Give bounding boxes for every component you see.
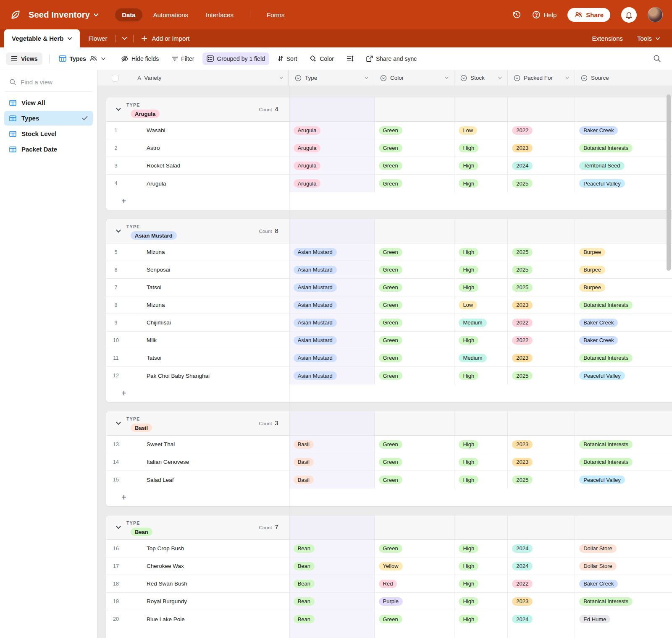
search-icon[interactable]: [653, 55, 661, 63]
packed-for-cell[interactable]: 2024: [508, 157, 575, 174]
packed-for-cell[interactable]: 2025: [508, 175, 575, 192]
color-cell[interactable]: Green: [375, 436, 455, 453]
column-header-color[interactable]: Color: [374, 70, 454, 86]
variety-cell[interactable]: 5 Mizuna: [106, 243, 289, 261]
tools-button[interactable]: Tools: [637, 35, 660, 42]
color-cell[interactable]: Green: [375, 279, 455, 296]
base-title[interactable]: Seed Inventory: [29, 10, 90, 20]
sidebar-view-types[interactable]: Types: [4, 111, 93, 126]
hide-fields-button[interactable]: Hide fields: [117, 52, 163, 65]
share-button[interactable]: Share: [567, 8, 610, 22]
base-title-chevron-icon[interactable]: [93, 13, 99, 17]
color-cell[interactable]: Green: [375, 349, 455, 366]
record-row[interactable]: 20 Blue Lake Pole Bean Green High 2024 E…: [106, 610, 672, 628]
chevron-down-icon[interactable]: [565, 76, 570, 79]
stock-cell[interactable]: Low: [454, 296, 508, 314]
source-cell[interactable]: Ed Hume: [575, 610, 672, 628]
color-cell[interactable]: Green: [375, 367, 455, 384]
variety-cell[interactable]: 13 Sweet Thai: [106, 436, 289, 453]
stock-cell[interactable]: High: [454, 243, 508, 261]
source-cell[interactable]: Peaceful Valley: [575, 471, 672, 489]
variety-cell[interactable]: 20 Blue Lake Pole: [106, 610, 289, 628]
variety-cell[interactable]: 7 Tatsoi: [106, 279, 289, 296]
column-header-source[interactable]: Source: [575, 70, 672, 86]
color-cell[interactable]: Red: [375, 575, 455, 592]
color-cell[interactable]: Green: [375, 314, 455, 331]
group-header[interactable]: TYPE Arugula Count 4: [106, 97, 672, 122]
group-header[interactable]: TYPE Asian Mustard Count 8: [106, 219, 672, 243]
packed-for-cell[interactable]: 2023: [508, 349, 575, 366]
packed-for-cell[interactable]: 2025: [508, 261, 575, 278]
nav-tab-data[interactable]: Data: [115, 8, 143, 22]
record-row[interactable]: 16 Top Crop Bush Bean Green High 2024 Do…: [106, 540, 672, 557]
collapse-group-chevron-icon[interactable]: [116, 229, 121, 233]
source-cell[interactable]: Baker Creek: [575, 314, 672, 331]
type-cell[interactable]: Bean: [289, 557, 375, 575]
variety-cell[interactable]: 6 Senposai: [106, 261, 289, 278]
source-cell[interactable]: Peaceful Valley: [575, 175, 672, 192]
stock-cell[interactable]: High: [454, 332, 508, 349]
stock-cell[interactable]: High: [454, 139, 508, 157]
vertical-scrollbar[interactable]: [667, 94, 671, 636]
record-row[interactable]: 12 Pak Choi Baby Shanghai Asian Mustard …: [106, 367, 672, 384]
table-tab-flower[interactable]: Flower: [80, 29, 116, 47]
group-header[interactable]: TYPE Basil Count 3: [106, 411, 672, 436]
record-row[interactable]: 7 Tatsoi Asian Mustard Green High 2025 B…: [106, 279, 672, 296]
record-row[interactable]: 6 Senposai Asian Mustard Green High 2025…: [106, 261, 672, 279]
variety-cell[interactable]: 19 Royal Burgundy: [106, 593, 289, 610]
variety-cell[interactable]: 1 Wasabi: [106, 122, 289, 139]
stock-cell[interactable]: High: [454, 453, 508, 471]
user-avatar[interactable]: [648, 7, 663, 22]
record-row[interactable]: 4 Arugula Arugula Green High 2025 Peacef…: [106, 175, 672, 192]
variety-cell[interactable]: 10 Milk: [106, 332, 289, 349]
sidebar-view-stock-level[interactable]: Stock Level: [4, 126, 93, 141]
nav-tab-interfaces[interactable]: Interfaces: [199, 8, 241, 22]
color-cell[interactable]: Green: [375, 471, 455, 489]
stock-cell[interactable]: High: [454, 575, 508, 592]
stock-cell[interactable]: High: [454, 279, 508, 296]
variety-cell[interactable]: 9 Chijimisai: [106, 314, 289, 331]
chevron-down-icon[interactable]: [364, 76, 369, 79]
row-height-button[interactable]: [342, 52, 358, 65]
type-cell[interactable]: Bean: [289, 593, 375, 610]
packed-for-cell[interactable]: 2023: [508, 139, 575, 157]
table-list-chevron-icon[interactable]: [116, 29, 133, 47]
source-cell[interactable]: Burpee: [575, 279, 672, 296]
add-record-row[interactable]: +: [106, 384, 672, 402]
type-cell[interactable]: Bean: [289, 540, 375, 557]
packed-for-cell[interactable]: 2024: [508, 557, 575, 575]
base-logo-leaf-icon[interactable]: [9, 8, 22, 21]
history-icon[interactable]: [512, 10, 521, 19]
packed-for-cell[interactable]: 2025: [508, 471, 575, 489]
current-view-switcher[interactable]: Types: [56, 52, 108, 65]
sort-button[interactable]: Sort: [273, 52, 302, 65]
type-cell[interactable]: Basil: [289, 471, 375, 489]
source-cell[interactable]: Baker Creek: [575, 575, 672, 592]
sidebar-view-packet-date[interactable]: Packet Date: [4, 142, 93, 157]
packed-for-cell[interactable]: 2022: [508, 122, 575, 139]
stock-cell[interactable]: High: [454, 436, 508, 453]
source-cell[interactable]: Burpee: [575, 243, 672, 261]
extensions-button[interactable]: Extensions: [592, 35, 623, 42]
variety-cell[interactable]: 2 Astro: [106, 139, 289, 157]
color-cell[interactable]: Green: [375, 453, 455, 471]
type-cell[interactable]: Bean: [289, 610, 375, 628]
source-cell[interactable]: Botanical Interests: [575, 593, 672, 610]
packed-for-cell[interactable]: 2023: [508, 593, 575, 610]
column-header-stock[interactable]: Stock: [454, 70, 508, 86]
record-row[interactable]: 19 Royal Burgundy Bean Purple High 2023 …: [106, 593, 672, 610]
column-header-type[interactable]: Type: [289, 70, 374, 86]
variety-cell[interactable]: 17 Cherokee Wax: [106, 557, 289, 575]
type-cell[interactable]: Asian Mustard: [289, 367, 375, 384]
packed-for-cell[interactable]: 2024: [508, 610, 575, 628]
type-cell[interactable]: Arugula: [289, 157, 375, 174]
share-and-sync-button[interactable]: Share and sync: [362, 52, 421, 65]
record-row[interactable]: 18 Red Swan Bush Bean Red High 2022 Bake…: [106, 575, 672, 593]
color-button[interactable]: Color: [305, 52, 338, 65]
packed-for-cell[interactable]: 2022: [508, 575, 575, 592]
stock-cell[interactable]: High: [454, 157, 508, 174]
type-cell[interactable]: Asian Mustard: [289, 279, 375, 296]
variety-cell[interactable]: 14 Italian Genovese: [106, 453, 289, 471]
record-row[interactable]: 13 Sweet Thai Basil Green High 2023 Bota…: [106, 436, 672, 453]
stock-cell[interactable]: High: [454, 471, 508, 489]
